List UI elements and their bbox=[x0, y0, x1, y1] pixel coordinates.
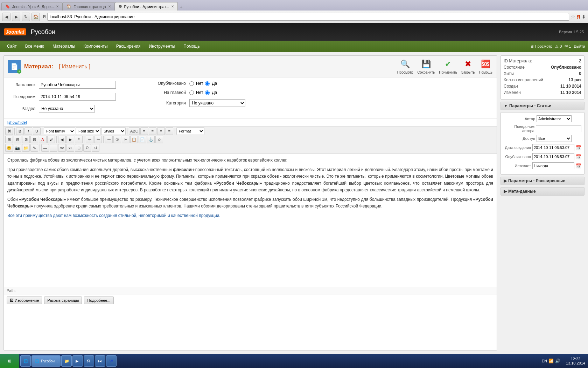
header-input[interactable] bbox=[39, 81, 116, 89]
nav-allmenus[interactable]: Все меню bbox=[21, 41, 49, 52]
tb-btn-t1[interactable]: 😊 bbox=[5, 144, 13, 152]
show-hide-link[interactable]: [show/hide] bbox=[7, 120, 27, 124]
meta-header[interactable]: ▶ Мета-данные bbox=[500, 187, 584, 196]
nav-extensions[interactable]: Расширения bbox=[112, 41, 145, 52]
close-action[interactable]: ✖ Закрыть bbox=[461, 59, 475, 74]
author-alias-input[interactable] bbox=[536, 125, 581, 132]
author-select[interactable]: Administrator bbox=[537, 115, 572, 122]
font-size-select[interactable]: Font size bbox=[76, 127, 100, 135]
refresh-button[interactable]: ↻ bbox=[22, 13, 30, 21]
new-tab-button[interactable]: + bbox=[178, 4, 185, 11]
tb-btn-r3[interactable]: ⊠ bbox=[22, 136, 30, 143]
category-select[interactable]: Не указано bbox=[189, 99, 245, 107]
published-no-radio[interactable] bbox=[189, 81, 194, 86]
apply-action[interactable]: ✔ Применить bbox=[439, 59, 457, 74]
tb-outdent-btn[interactable]: ◀ bbox=[58, 136, 66, 143]
styles-select[interactable]: Styles bbox=[101, 127, 126, 135]
tb-align-right-btn[interactable]: ≡ bbox=[157, 127, 165, 135]
messages-link[interactable]: ✉ 1 bbox=[565, 44, 571, 49]
yandex-btn[interactable]: Я bbox=[577, 14, 580, 20]
logout-link[interactable]: Выйти bbox=[574, 44, 585, 48]
section-select[interactable]: Не указано bbox=[39, 105, 95, 113]
tb-subscript-btn[interactable]: x2 bbox=[58, 144, 66, 152]
params-advanced-header[interactable]: ▶ Параметры - Расширенные bbox=[500, 177, 584, 185]
expires-cal-icon[interactable]: 📅 bbox=[576, 163, 581, 169]
tb-underline-btn[interactable]: U bbox=[33, 127, 41, 135]
taskbar-word[interactable]: W bbox=[106, 355, 117, 367]
tb-paste-btn[interactable]: 📄 bbox=[139, 136, 146, 143]
tb-cut-btn[interactable]: ✂ bbox=[122, 136, 130, 143]
access-select[interactable]: Все bbox=[537, 135, 572, 142]
format-select[interactable]: Format bbox=[176, 127, 204, 135]
tab-close-joomla[interactable]: ✕ bbox=[56, 5, 59, 8]
tb-copy-btn[interactable]: 📋 bbox=[130, 136, 138, 143]
home-button[interactable]: 🏠 bbox=[31, 13, 40, 21]
tab-close-admin[interactable]: ✕ bbox=[171, 5, 174, 8]
preview-action[interactable]: 🔍 Просмотр bbox=[397, 59, 413, 74]
created-date-input[interactable] bbox=[532, 144, 574, 151]
alerts-link[interactable]: ⚠ 0 bbox=[555, 44, 562, 49]
tb-spellcheck-btn[interactable]: ABC bbox=[129, 127, 140, 135]
tb-list-ul-btn[interactable]: ≔ bbox=[105, 136, 113, 143]
tab-homepage[interactable]: 🏠 Главная страница ✕ bbox=[63, 2, 114, 11]
bookmark-icon[interactable]: ☆ bbox=[570, 13, 575, 20]
tb-font-color-btn[interactable]: A bbox=[39, 136, 47, 143]
nav-site[interactable]: Сайт bbox=[3, 41, 21, 52]
pagebreak-button[interactable]: Разрыв страницы bbox=[44, 297, 82, 304]
tb-list-ol-btn[interactable]: ① bbox=[113, 136, 121, 143]
tb-btn-t3[interactable]: 📁 bbox=[22, 144, 30, 152]
font-family-select[interactable]: Font family bbox=[44, 127, 75, 135]
tab-joomla-lesson[interactable]: 🔖 Joomla - Урок 6. Доре... ✕ bbox=[1, 2, 63, 11]
readmore-button[interactable]: Подробнее... bbox=[84, 297, 113, 304]
tb-sup-btn[interactable] bbox=[50, 144, 57, 152]
params-article-header[interactable]: ▼ Параметры - Статьи bbox=[500, 102, 584, 110]
frontpage-no-radio[interactable] bbox=[189, 90, 194, 95]
tb-superscript-btn[interactable]: x2 bbox=[66, 144, 74, 152]
published-yes-radio[interactable] bbox=[205, 81, 210, 86]
tb-btn-r2[interactable]: ⊟ bbox=[14, 136, 21, 143]
tb-btn-t2[interactable]: 📷 bbox=[14, 144, 21, 152]
tb-bold-btn[interactable]: B bbox=[16, 127, 24, 135]
address-bar[interactable] bbox=[47, 13, 569, 21]
tb-smiley-btn[interactable]: ☺ bbox=[155, 136, 163, 143]
alias-input[interactable] bbox=[39, 93, 116, 101]
tb-italic-btn[interactable]: I bbox=[24, 127, 32, 135]
taskbar-yandex[interactable]: Я bbox=[84, 355, 94, 367]
taskbar-media2[interactable]: ⏭ bbox=[95, 355, 105, 367]
nav-materials[interactable]: Материалы bbox=[48, 41, 79, 52]
taskbar-ie-icon[interactable]: 🌐 bbox=[20, 355, 31, 367]
preview-link[interactable]: 🖥 Просмотр bbox=[530, 44, 552, 48]
tb-source-btn[interactable]: ⌘ bbox=[5, 127, 13, 135]
tb-align-justify-btn[interactable]: ≡ bbox=[166, 127, 173, 135]
taskbar-browser[interactable]: 🌐 Русобои... bbox=[31, 355, 61, 367]
tb-undo-btn[interactable]: ↩ bbox=[86, 136, 93, 143]
tb-undo2-btn[interactable]: ↺ bbox=[92, 144, 99, 152]
nav-components[interactable]: Компоненты bbox=[79, 41, 112, 52]
tb-align-center-btn[interactable]: ≡ bbox=[149, 127, 156, 135]
download-icon[interactable]: ⬇ bbox=[582, 14, 586, 20]
tb-bg-color-btn[interactable]: 🖌 bbox=[47, 136, 55, 143]
tb-align-left-btn[interactable]: ≡ bbox=[140, 127, 148, 135]
tb-chars-btn[interactable]: Ω bbox=[83, 144, 91, 152]
tb-anchor-btn[interactable]: ⚓ bbox=[147, 136, 155, 143]
published-date-cal-icon[interactable]: 📅 bbox=[576, 154, 581, 159]
tab-admin[interactable]: ⚙ Русобои - Администрат... ✕ bbox=[115, 2, 178, 11]
image-button[interactable]: 🖼 Изображение bbox=[7, 297, 42, 304]
tb-btn-r4[interactable]: ⊡ bbox=[30, 136, 38, 143]
taskbar-media[interactable]: ▶ bbox=[72, 355, 83, 367]
tb-sub-btn[interactable]: — bbox=[41, 144, 49, 152]
tab-close-home[interactable]: ✕ bbox=[108, 5, 111, 8]
published-date-input[interactable] bbox=[532, 153, 574, 160]
created-date-cal-icon[interactable]: 📅 bbox=[576, 145, 581, 150]
tb-btn-t4[interactable]: ✎ bbox=[30, 144, 38, 152]
tb-table-btn[interactable]: ⊞ bbox=[75, 144, 83, 152]
tb-btn-r1[interactable]: ⊞ bbox=[5, 136, 13, 143]
forward-button[interactable]: ▶ bbox=[12, 13, 20, 21]
taskbar-files[interactable]: 📁 bbox=[61, 355, 72, 367]
back-button[interactable]: ◀ bbox=[2, 13, 10, 21]
nav-tools[interactable]: Инструменты bbox=[145, 41, 179, 52]
start-button[interactable]: ⊞ bbox=[0, 354, 19, 368]
save-action[interactable]: 💾 Сохранить bbox=[417, 59, 435, 74]
expires-input[interactable] bbox=[532, 162, 574, 169]
tb-blockquote-btn[interactable]: ❝ bbox=[75, 136, 83, 143]
